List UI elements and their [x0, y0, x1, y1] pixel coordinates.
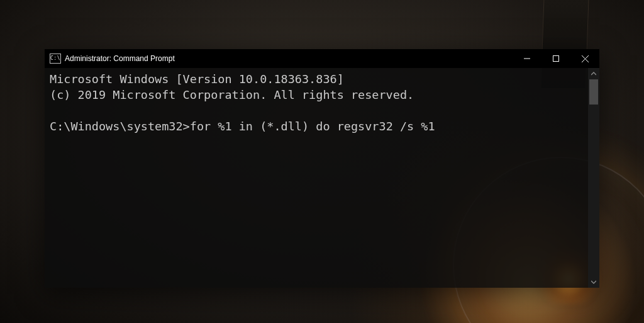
minimize-button[interactable] — [513, 49, 541, 68]
chevron-up-icon — [591, 72, 596, 76]
banner-line-2: (c) 2019 Microsoft Corporation. All righ… — [50, 88, 414, 101]
maximize-icon — [553, 55, 559, 62]
maximize-button[interactable] — [541, 49, 570, 68]
chevron-down-icon — [591, 280, 596, 284]
minimize-icon — [524, 55, 530, 62]
svg-rect-1 — [553, 56, 559, 62]
command-prompt-window: C:\ Administrator: Command Prompt Micros… — [45, 49, 599, 288]
scroll-up-button[interactable] — [588, 68, 599, 79]
banner-line-1: Microsoft Windows [Version 10.0.18363.83… — [50, 72, 344, 86]
scroll-down-button[interactable] — [588, 276, 599, 288]
titlebar[interactable]: C:\ Administrator: Command Prompt — [45, 49, 599, 68]
close-icon — [582, 55, 589, 62]
close-button[interactable] — [570, 49, 599, 68]
cmd-icon: C:\ — [50, 54, 61, 64]
prompt-path: C:\Windows\system32> — [50, 120, 190, 133]
vertical-scrollbar[interactable] — [588, 68, 599, 288]
command-input[interactable]: for %1 in (*.dll) do regsvr32 /s %1 — [190, 120, 435, 133]
window-title: Administrator: Command Prompt — [65, 54, 175, 63]
scroll-thumb[interactable] — [589, 79, 598, 105]
console-output[interactable]: Microsoft Windows [Version 10.0.18363.83… — [45, 68, 588, 288]
